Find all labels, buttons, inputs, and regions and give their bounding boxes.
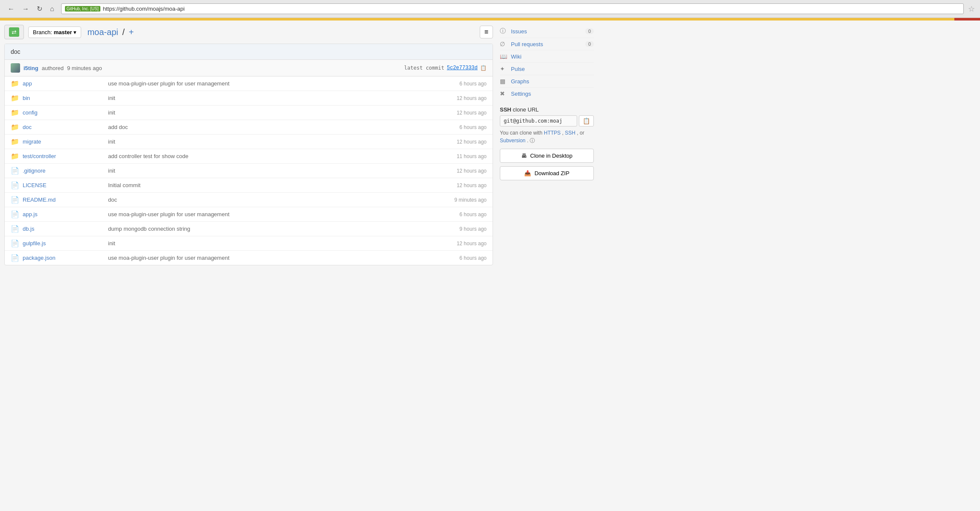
folder-icon: 📁 bbox=[11, 138, 19, 146]
branch-selector[interactable]: Branch: master ▾ bbox=[28, 26, 81, 38]
commit-info-row: i5ting authored 9 minutes ago latest com… bbox=[5, 60, 493, 76]
table-row: 📄 LICENSE Initial commit 12 hours ago bbox=[5, 178, 493, 193]
pull-requests-badge: 0 bbox=[585, 41, 594, 47]
file-name-link[interactable]: db.js bbox=[23, 226, 100, 232]
folder-icon: 📁 bbox=[11, 79, 19, 88]
forward-button[interactable]: → bbox=[20, 4, 32, 14]
bookmark-button[interactable]: ☆ bbox=[968, 4, 975, 14]
add-file-link[interactable]: + bbox=[129, 27, 134, 37]
repo-name-link[interactable]: moa-api bbox=[87, 27, 118, 37]
download-zip-button[interactable]: 📥 Download ZIP bbox=[500, 166, 594, 180]
table-row: 📄 .gitignore init 12 hours ago bbox=[5, 164, 493, 178]
pull-requests-link[interactable]: Pull requests bbox=[511, 41, 543, 47]
monitor-icon: 🖶 bbox=[521, 153, 527, 159]
file-icon: 📄 bbox=[11, 181, 19, 189]
table-row: 📁 doc add doc 6 hours ago bbox=[5, 120, 493, 135]
file-name-link[interactable]: app bbox=[23, 80, 100, 87]
wiki-icon: 📖 bbox=[500, 53, 508, 60]
table-row: 📁 test/controller add controller test fo… bbox=[5, 149, 493, 164]
clone-https-link[interactable]: HTTPS bbox=[544, 130, 560, 136]
file-name-link[interactable]: doc bbox=[23, 124, 100, 130]
avatar-image bbox=[11, 63, 20, 73]
clipboard-icon[interactable]: 📋 bbox=[480, 65, 487, 71]
file-time: 6 hours ago bbox=[460, 81, 487, 87]
file-name-link[interactable]: app.js bbox=[23, 211, 100, 217]
address-bar[interactable]: GitHub, Inc. [US] https://github.com/moa… bbox=[61, 3, 964, 14]
help-icon[interactable]: ⓘ bbox=[530, 138, 535, 144]
commit-hash-label: latest commit bbox=[404, 65, 444, 71]
clone-description: You can clone with HTTPS , SSH , or Subv… bbox=[500, 129, 594, 144]
sidebar-item-wiki[interactable]: 📖 Wiki bbox=[500, 50, 594, 63]
clone-desktop-label: Clone in Desktop bbox=[530, 153, 572, 159]
clone-url-row: 📋 bbox=[500, 115, 594, 126]
clone-section: SSH clone URL 📋 You can clone with HTTPS… bbox=[500, 106, 594, 180]
folder-icon: 📁 bbox=[11, 94, 19, 102]
page-layout: ⇄ Branch: master ▾ moa-api / + ≡ doc bbox=[0, 21, 598, 270]
clone-desc-before: You can clone with bbox=[500, 130, 544, 136]
file-name-link[interactable]: bin bbox=[23, 95, 100, 101]
file-time: 12 hours ago bbox=[457, 139, 487, 145]
file-name-link[interactable]: gulpfile.js bbox=[23, 240, 100, 247]
sidebar: ⓘ Issues 0 ∅ Pull requests 0 📖 Wiki ✦ Pu… bbox=[500, 25, 594, 265]
file-commit-message: init bbox=[100, 109, 457, 116]
pull-requests-icon: ∅ bbox=[500, 41, 508, 47]
clone-buttons: 🖶 Clone in Desktop 📥 Download ZIP bbox=[500, 149, 594, 180]
file-time: 12 hours ago bbox=[457, 95, 487, 101]
commit-hash-area: latest commit 5c2e77333d 📋 bbox=[404, 65, 487, 71]
branch-label: Branch: bbox=[33, 29, 52, 35]
clone-desktop-button[interactable]: 🖶 Clone in Desktop bbox=[500, 149, 594, 163]
sidebar-item-issues[interactable]: ⓘ Issues 0 bbox=[500, 25, 594, 38]
table-row: 📄 package.json use moa-plugin-user plugi… bbox=[5, 251, 493, 265]
file-time: 11 hours ago bbox=[457, 153, 487, 159]
download-icon: 📥 bbox=[524, 170, 531, 176]
pulse-icon: ✦ bbox=[500, 65, 508, 72]
clone-copy-button[interactable]: 📋 bbox=[579, 115, 594, 126]
commit-hash-link[interactable]: 5c2e77333d bbox=[447, 65, 478, 71]
sidebar-item-settings[interactable]: ✖ Settings bbox=[500, 88, 594, 100]
file-name-link[interactable]: package.json bbox=[23, 255, 100, 261]
progress-bar bbox=[0, 18, 980, 21]
list-view-button[interactable]: ≡ bbox=[480, 26, 493, 38]
main-content: ⇄ Branch: master ▾ moa-api / + ≡ doc bbox=[4, 25, 493, 265]
settings-icon: ✖ bbox=[500, 90, 508, 97]
file-time: 12 hours ago bbox=[457, 168, 487, 174]
file-time: 6 hours ago bbox=[460, 124, 487, 130]
clone-subversion-link[interactable]: Subversion bbox=[500, 138, 525, 144]
file-name-link[interactable]: migrate bbox=[23, 138, 100, 145]
back-button[interactable]: ← bbox=[5, 4, 17, 14]
directory-name: doc bbox=[11, 48, 21, 55]
file-name-link[interactable]: config bbox=[23, 109, 100, 116]
file-icon: 📄 bbox=[11, 225, 19, 233]
file-name-link[interactable]: .gitignore bbox=[23, 167, 100, 174]
progress-bar-red bbox=[954, 18, 980, 21]
file-commit-message: doc bbox=[100, 197, 455, 203]
chevron-down-icon: ▾ bbox=[73, 29, 76, 35]
sidebar-item-pull-requests[interactable]: ∅ Pull requests 0 bbox=[500, 38, 594, 50]
sidebar-item-pulse[interactable]: ✦ Pulse bbox=[500, 63, 594, 75]
graphs-link[interactable]: Graphs bbox=[511, 78, 529, 85]
repo-toolbar: ⇄ Branch: master ▾ moa-api / + ≡ bbox=[4, 25, 493, 39]
folder-icon: 📁 bbox=[11, 123, 19, 131]
file-commit-message: use moa-plugin-user plugin for user mana… bbox=[100, 211, 460, 217]
issues-link[interactable]: Issues bbox=[511, 28, 527, 35]
browser-chrome: ← → ↻ ⌂ GitHub, Inc. [US] https://github… bbox=[0, 0, 980, 18]
pulse-link[interactable]: Pulse bbox=[511, 66, 525, 72]
sidebar-item-graphs[interactable]: ▩ Graphs bbox=[500, 75, 594, 88]
graphs-icon: ▩ bbox=[500, 78, 508, 85]
table-row: 📁 bin init 12 hours ago bbox=[5, 91, 493, 106]
file-name-link[interactable]: test/controller bbox=[23, 153, 100, 159]
settings-link[interactable]: Settings bbox=[511, 91, 531, 97]
clone-url-input[interactable] bbox=[500, 115, 577, 126]
home-button[interactable]: ⌂ bbox=[47, 4, 57, 14]
file-commit-message: use moa-plugin-user plugin for user mana… bbox=[100, 80, 460, 87]
file-name-link[interactable]: README.md bbox=[23, 197, 100, 203]
refresh-button[interactable]: ↻ bbox=[34, 4, 45, 14]
clone-ssh-link[interactable]: SSH bbox=[565, 130, 575, 136]
commit-author[interactable]: i5ting bbox=[23, 65, 38, 71]
file-commit-message: init bbox=[100, 167, 457, 174]
file-list: 📁 app use moa-plugin-user plugin for use… bbox=[5, 76, 493, 265]
branch-icon-btn[interactable]: ⇄ bbox=[4, 25, 24, 39]
wiki-link[interactable]: Wiki bbox=[511, 53, 522, 60]
sidebar-nav-section: ⓘ Issues 0 ∅ Pull requests 0 📖 Wiki ✦ Pu… bbox=[500, 25, 594, 100]
file-name-link[interactable]: LICENSE bbox=[23, 182, 100, 188]
